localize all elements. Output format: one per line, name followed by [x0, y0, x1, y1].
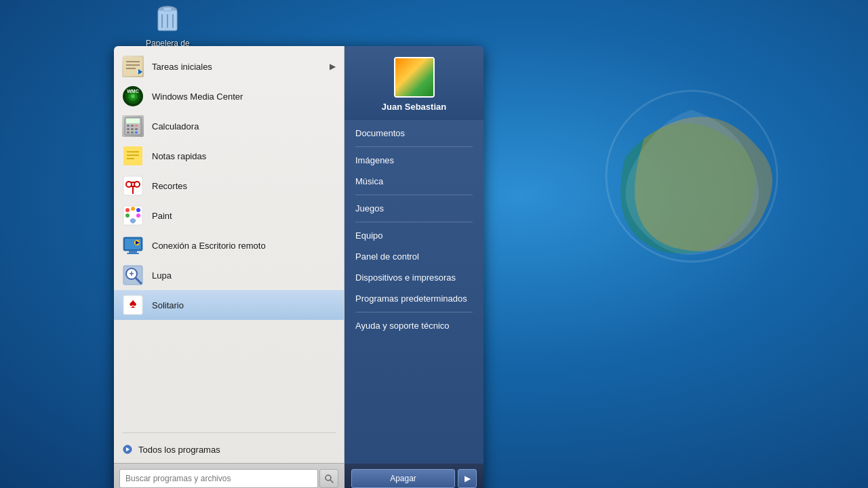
right-menu-item-juegos[interactable]: Juegos	[344, 198, 484, 219]
paint-label: Paint	[152, 211, 172, 221]
menu-divider	[122, 432, 336, 433]
juegos-label: Juegos	[355, 203, 384, 214]
tareas-iniciales-icon	[122, 56, 144, 77]
all-programs-label: Todos los programas	[138, 445, 220, 455]
svg-point-40	[131, 207, 135, 211]
svg-rect-18	[126, 119, 140, 123]
svg-rect-8	[126, 61, 140, 62]
right-bottom-bar: Apagar ▶	[344, 464, 484, 488]
right-menu-item-panel-control[interactable]: Panel de control	[344, 246, 484, 267]
lupa-icon: +	[122, 264, 144, 286]
documentos-label: Documentos	[355, 128, 405, 138]
svg-rect-20	[131, 125, 134, 127]
svg-point-39	[125, 208, 130, 212]
imagenes-label: Imágenes	[355, 155, 394, 165]
menu-item-calculadora[interactable]: Calculadora	[114, 111, 344, 141]
remote-icon: ▶	[122, 235, 144, 256]
wmc-icon: WMC	[122, 85, 144, 107]
menu-item-tareas-iniciales[interactable]: Tareas iniciales ▶	[114, 52, 344, 81]
shutdown-arrow-button[interactable]: ▶	[458, 469, 477, 488]
right-menu-item-ayuda[interactable]: Ayuda y soporte técnico	[344, 315, 484, 336]
svg-rect-22	[127, 128, 130, 130]
user-section: Juan Sebastian	[344, 46, 484, 120]
svg-rect-9	[126, 64, 140, 66]
menu-item-paint[interactable]: Paint	[114, 201, 344, 230]
recycle-bin[interactable]: Papelera de	[146, 3, 190, 48]
svg-rect-6	[163, 7, 172, 11]
notes-label: Notas rapidas	[152, 151, 206, 161]
solitario-label: Solitario	[152, 300, 184, 310]
right-menu-item-musica[interactable]: Música	[344, 171, 484, 192]
tareas-iniciales-label: Tareas iniciales	[152, 62, 212, 72]
svg-rect-19	[127, 125, 130, 127]
svg-text:♠: ♠	[130, 296, 137, 310]
svg-rect-24	[135, 128, 138, 130]
paint-icon	[122, 205, 144, 226]
svg-rect-27	[135, 131, 138, 134]
user-avatar-image	[395, 58, 433, 96]
menu-item-windows-media-center[interactable]: WMC Windows Media Center	[114, 81, 344, 111]
svg-point-42	[125, 214, 130, 218]
calc-icon	[122, 115, 144, 137]
programas-predeterminados-label: Programas predeterminados	[355, 293, 467, 304]
right-divider-4	[355, 312, 473, 312]
tareas-iniciales-arrow: ▶	[330, 62, 336, 71]
svg-rect-28	[123, 146, 142, 165]
svg-rect-23	[131, 128, 134, 130]
search-input[interactable]	[119, 469, 318, 488]
lupa-label: Lupa	[152, 270, 172, 281]
right-panel: Juan Sebastian Documentos Imágenes Músic…	[344, 46, 484, 488]
menu-item-conexion-escritorio[interactable]: ▶ Conexión a Escritorio remoto	[114, 230, 344, 260]
search-button[interactable]	[319, 469, 338, 488]
svg-rect-25	[127, 131, 130, 134]
shutdown-label: Apagar	[390, 474, 416, 483]
musica-label: Música	[355, 176, 383, 186]
svg-point-15	[131, 94, 135, 98]
svg-rect-10	[126, 68, 136, 69]
svg-text:WMC: WMC	[127, 89, 139, 94]
right-divider-1	[355, 146, 473, 147]
search-bar	[114, 463, 344, 488]
remote-label: Conexión a Escritorio remoto	[152, 241, 266, 251]
all-programs-bullet-icon	[122, 444, 133, 455]
user-avatar	[394, 57, 435, 98]
dispositivos-label: Dispositivos e impresoras	[355, 272, 456, 283]
shutdown-button[interactable]: Apagar	[351, 469, 455, 488]
equipo-label: Equipo	[355, 230, 382, 241]
menu-item-solitario[interactable]: ♠ Solitario	[114, 290, 344, 320]
start-menu: Tareas iniciales ▶ WMC Windows Media Cen…	[114, 46, 484, 488]
svg-text:+: +	[129, 269, 134, 279]
all-programs[interactable]: Todos los programas	[114, 436, 344, 463]
svg-rect-26	[131, 131, 134, 134]
shutdown-arrow-icon: ▶	[465, 474, 471, 483]
solitaire-icon: ♠	[122, 294, 144, 316]
svg-rect-21	[135, 125, 138, 127]
windows-logo	[597, 81, 787, 271]
notes-icon	[122, 145, 144, 167]
svg-point-43	[136, 214, 140, 218]
menu-item-lupa[interactable]: + Lupa	[114, 260, 344, 290]
wmc-label: Windows Media Center	[152, 92, 243, 102]
menu-item-recortes[interactable]: Recortes	[114, 171, 344, 201]
svg-line-59	[330, 480, 333, 483]
calc-label: Calculadora	[152, 121, 199, 131]
ayuda-label: Ayuda y soporte técnico	[355, 321, 450, 331]
svg-rect-46	[129, 251, 137, 253]
right-divider-2	[355, 195, 473, 195]
left-panel: Tareas iniciales ▶ WMC Windows Media Cen…	[114, 46, 344, 488]
menu-item-notas-rapidas[interactable]: Notas rapidas	[114, 141, 344, 171]
right-menu-item-equipo[interactable]: Equipo	[344, 225, 484, 246]
right-menu-item-programas-predeterminados[interactable]: Programas predeterminados	[344, 288, 484, 309]
username: Juan Sebastian	[382, 102, 446, 112]
right-menu-item-imagenes[interactable]: Imágenes	[344, 150, 484, 171]
svg-point-41	[136, 208, 140, 212]
right-menu-item-documentos[interactable]: Documentos	[344, 123, 484, 144]
snip-label: Recortes	[152, 181, 187, 191]
right-menu-item-dispositivos[interactable]: Dispositivos e impresoras	[344, 267, 484, 288]
recycle-bin-icon	[151, 3, 184, 36]
snip-icon	[122, 175, 144, 197]
menu-items-list: Tareas iniciales ▶ WMC Windows Media Cen…	[114, 46, 344, 430]
right-menu-items: Documentos Imágenes Música Juegos Equipo…	[344, 120, 484, 464]
svg-rect-47	[127, 253, 139, 254]
panel-control-label: Panel de control	[355, 251, 419, 262]
